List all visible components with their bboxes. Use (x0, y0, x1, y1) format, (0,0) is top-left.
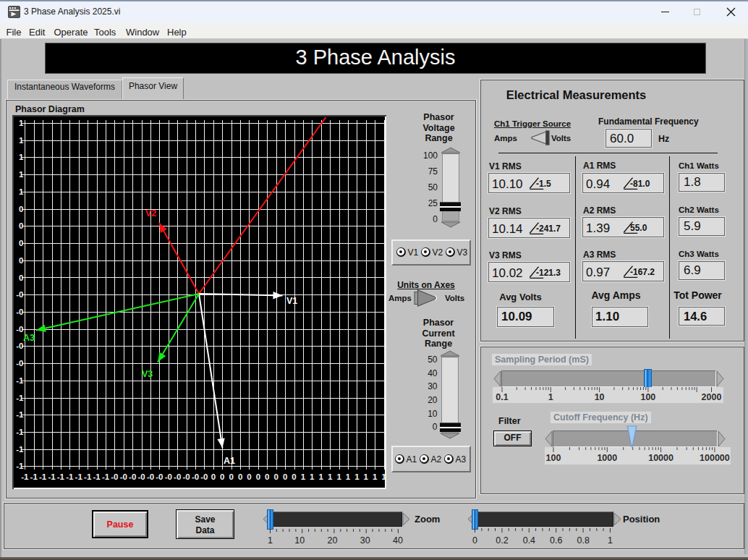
svg-text:-121.3: -121.3 (536, 268, 561, 278)
svg-text:1: 1 (364, 472, 369, 481)
svg-text:-1: -1 (16, 394, 24, 402)
svg-text:1: 1 (381, 472, 386, 481)
svg-text:-1: -1 (84, 472, 92, 481)
svg-text:-0: -0 (165, 472, 172, 481)
svg-text:-1: -1 (57, 472, 65, 481)
svg-text:-1: -1 (48, 472, 56, 481)
svg-text:0: 0 (19, 239, 23, 247)
svg-text:-1: -1 (16, 410, 24, 419)
svg-text:0: 0 (265, 472, 269, 481)
svg-text:-81.0: -81.0 (630, 179, 650, 189)
svg-text:0: 0 (19, 205, 23, 213)
svg-text:V1: V1 (286, 296, 297, 306)
svg-text:A3: A3 (23, 333, 35, 343)
svg-text:-0: -0 (16, 359, 23, 368)
svg-text:0: 0 (19, 256, 23, 265)
svg-text:1: 1 (354, 472, 360, 481)
svg-text:V2: V2 (145, 208, 156, 219)
svg-text:-1: -1 (66, 472, 74, 481)
svg-text:1: 1 (301, 472, 306, 481)
svg-text:-0: -0 (200, 472, 208, 481)
svg-text:1: 1 (346, 472, 351, 481)
svg-text:-1.5: -1.5 (536, 179, 551, 189)
svg-text:0: 0 (229, 472, 233, 481)
svg-text:-1: -1 (16, 376, 24, 385)
svg-text:-0: -0 (182, 472, 190, 481)
svg-text:0: 0 (256, 472, 260, 481)
svg-text:-1: -1 (16, 428, 24, 436)
svg-text:-1: -1 (16, 445, 24, 454)
svg-text:-0: -0 (16, 325, 23, 334)
svg-text:0: 0 (19, 221, 23, 230)
svg-text:1: 1 (310, 472, 315, 481)
svg-text:-241.7: -241.7 (536, 224, 561, 234)
svg-text:-167.2: -167.2 (630, 267, 655, 277)
svg-text:-1: -1 (39, 472, 47, 481)
svg-text:-1: -1 (75, 472, 83, 481)
svg-text:0: 0 (19, 273, 23, 282)
svg-text:-1: -1 (93, 472, 101, 481)
svg-text:0: 0 (220, 472, 224, 481)
svg-text:0: 0 (273, 472, 278, 481)
svg-text:-0: -0 (137, 472, 145, 481)
svg-text:0: 0 (238, 472, 242, 481)
svg-text:-0: -0 (174, 472, 181, 481)
svg-text:1: 1 (336, 472, 341, 481)
svg-text:-0: -0 (129, 472, 136, 481)
svg-text:1: 1 (19, 170, 24, 179)
svg-text:A1: A1 (224, 456, 235, 466)
svg-text:-0: -0 (16, 341, 23, 350)
svg-text:1: 1 (373, 472, 378, 481)
svg-text:-0: -0 (192, 472, 199, 481)
svg-text:1: 1 (318, 472, 323, 481)
svg-text:-1: -1 (102, 472, 110, 481)
svg-text:0: 0 (211, 472, 216, 481)
svg-text:-1: -1 (30, 472, 38, 481)
svg-text:-0: -0 (111, 472, 118, 481)
svg-text:V3: V3 (142, 369, 153, 379)
svg-text:1: 1 (19, 136, 24, 145)
svg-text:1: 1 (19, 187, 24, 196)
svg-text:-0: -0 (16, 307, 23, 316)
svg-text:0: 0 (292, 472, 296, 481)
svg-text:55.0: 55.0 (630, 223, 647, 233)
svg-text:0: 0 (247, 472, 251, 481)
svg-text:-1: -1 (21, 472, 29, 481)
svg-text:-1: -1 (16, 462, 24, 470)
svg-text:-0: -0 (16, 290, 23, 299)
svg-text:-0: -0 (147, 472, 154, 481)
svg-text:0: 0 (283, 472, 287, 481)
svg-text:1: 1 (19, 119, 24, 127)
svg-text:1: 1 (328, 472, 333, 481)
svg-text:-0: -0 (120, 472, 127, 481)
svg-text:1: 1 (19, 153, 24, 161)
svg-text:-0: -0 (156, 472, 163, 481)
